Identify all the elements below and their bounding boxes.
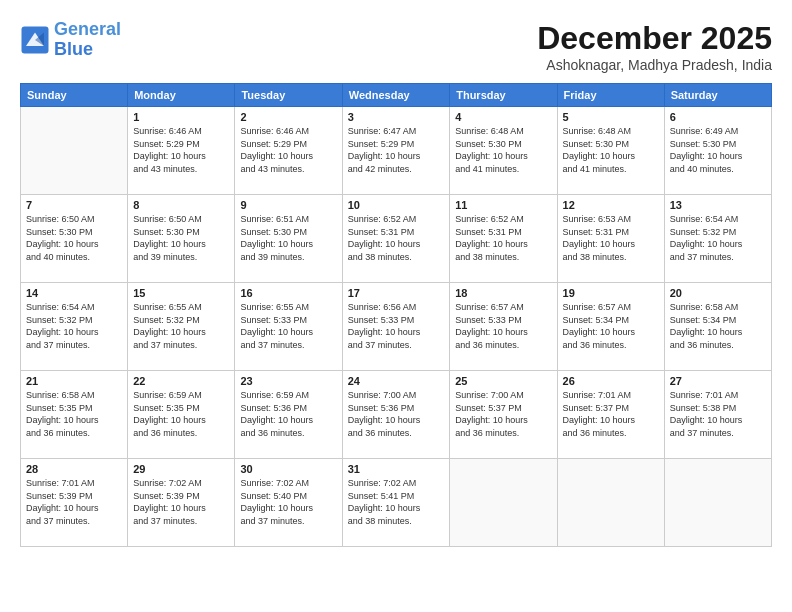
day-number: 19 — [563, 287, 659, 299]
calendar-table: SundayMondayTuesdayWednesdayThursdayFrid… — [20, 83, 772, 547]
calendar-header-row: SundayMondayTuesdayWednesdayThursdayFrid… — [21, 84, 772, 107]
day-info: Sunrise: 6:56 AM Sunset: 5:33 PM Dayligh… — [348, 301, 445, 351]
day-info: Sunrise: 6:59 AM Sunset: 5:35 PM Dayligh… — [133, 389, 229, 439]
day-info: Sunrise: 6:47 AM Sunset: 5:29 PM Dayligh… — [348, 125, 445, 175]
calendar-cell: 20Sunrise: 6:58 AM Sunset: 5:34 PM Dayli… — [664, 283, 771, 371]
calendar-cell: 19Sunrise: 6:57 AM Sunset: 5:34 PM Dayli… — [557, 283, 664, 371]
day-info: Sunrise: 6:48 AM Sunset: 5:30 PM Dayligh… — [455, 125, 551, 175]
day-info: Sunrise: 6:54 AM Sunset: 5:32 PM Dayligh… — [26, 301, 122, 351]
column-header-tuesday: Tuesday — [235, 84, 342, 107]
calendar-cell: 11Sunrise: 6:52 AM Sunset: 5:31 PM Dayli… — [450, 195, 557, 283]
day-info: Sunrise: 6:57 AM Sunset: 5:33 PM Dayligh… — [455, 301, 551, 351]
calendar-cell: 25Sunrise: 7:00 AM Sunset: 5:37 PM Dayli… — [450, 371, 557, 459]
calendar-cell — [21, 107, 128, 195]
calendar-cell: 5Sunrise: 6:48 AM Sunset: 5:30 PM Daylig… — [557, 107, 664, 195]
calendar-cell: 21Sunrise: 6:58 AM Sunset: 5:35 PM Dayli… — [21, 371, 128, 459]
calendar-cell: 7Sunrise: 6:50 AM Sunset: 5:30 PM Daylig… — [21, 195, 128, 283]
calendar-cell: 10Sunrise: 6:52 AM Sunset: 5:31 PM Dayli… — [342, 195, 450, 283]
day-info: Sunrise: 6:57 AM Sunset: 5:34 PM Dayligh… — [563, 301, 659, 351]
day-info: Sunrise: 6:50 AM Sunset: 5:30 PM Dayligh… — [26, 213, 122, 263]
calendar-cell: 9Sunrise: 6:51 AM Sunset: 5:30 PM Daylig… — [235, 195, 342, 283]
day-info: Sunrise: 6:54 AM Sunset: 5:32 PM Dayligh… — [670, 213, 766, 263]
location-subtitle: Ashoknagar, Madhya Pradesh, India — [537, 57, 772, 73]
week-row-2: 7Sunrise: 6:50 AM Sunset: 5:30 PM Daylig… — [21, 195, 772, 283]
day-number: 11 — [455, 199, 551, 211]
calendar-cell: 31Sunrise: 7:02 AM Sunset: 5:41 PM Dayli… — [342, 459, 450, 547]
day-number: 10 — [348, 199, 445, 211]
calendar-cell: 4Sunrise: 6:48 AM Sunset: 5:30 PM Daylig… — [450, 107, 557, 195]
day-number: 17 — [348, 287, 445, 299]
day-number: 27 — [670, 375, 766, 387]
column-header-saturday: Saturday — [664, 84, 771, 107]
calendar-cell: 1Sunrise: 6:46 AM Sunset: 5:29 PM Daylig… — [128, 107, 235, 195]
title-block: December 2025 Ashoknagar, Madhya Pradesh… — [537, 20, 772, 73]
month-title: December 2025 — [537, 20, 772, 57]
logo: General Blue — [20, 20, 121, 60]
page-header: General Blue December 2025 Ashoknagar, M… — [20, 20, 772, 73]
day-info: Sunrise: 6:58 AM Sunset: 5:35 PM Dayligh… — [26, 389, 122, 439]
day-info: Sunrise: 7:01 AM Sunset: 5:39 PM Dayligh… — [26, 477, 122, 527]
calendar-cell: 15Sunrise: 6:55 AM Sunset: 5:32 PM Dayli… — [128, 283, 235, 371]
day-number: 28 — [26, 463, 122, 475]
day-number: 7 — [26, 199, 122, 211]
column-header-wednesday: Wednesday — [342, 84, 450, 107]
calendar-cell: 30Sunrise: 7:02 AM Sunset: 5:40 PM Dayli… — [235, 459, 342, 547]
day-number: 13 — [670, 199, 766, 211]
week-row-3: 14Sunrise: 6:54 AM Sunset: 5:32 PM Dayli… — [21, 283, 772, 371]
day-number: 20 — [670, 287, 766, 299]
day-number: 5 — [563, 111, 659, 123]
day-number: 1 — [133, 111, 229, 123]
calendar-cell: 18Sunrise: 6:57 AM Sunset: 5:33 PM Dayli… — [450, 283, 557, 371]
day-info: Sunrise: 6:58 AM Sunset: 5:34 PM Dayligh… — [670, 301, 766, 351]
calendar-cell: 13Sunrise: 6:54 AM Sunset: 5:32 PM Dayli… — [664, 195, 771, 283]
calendar-cell: 24Sunrise: 7:00 AM Sunset: 5:36 PM Dayli… — [342, 371, 450, 459]
day-number: 24 — [348, 375, 445, 387]
day-info: Sunrise: 6:46 AM Sunset: 5:29 PM Dayligh… — [240, 125, 336, 175]
day-number: 3 — [348, 111, 445, 123]
calendar-cell: 3Sunrise: 6:47 AM Sunset: 5:29 PM Daylig… — [342, 107, 450, 195]
logo-line2: Blue — [54, 39, 93, 59]
calendar-cell: 28Sunrise: 7:01 AM Sunset: 5:39 PM Dayli… — [21, 459, 128, 547]
logo-icon — [20, 25, 50, 55]
week-row-4: 21Sunrise: 6:58 AM Sunset: 5:35 PM Dayli… — [21, 371, 772, 459]
day-info: Sunrise: 7:00 AM Sunset: 5:36 PM Dayligh… — [348, 389, 445, 439]
day-number: 9 — [240, 199, 336, 211]
calendar-cell: 26Sunrise: 7:01 AM Sunset: 5:37 PM Dayli… — [557, 371, 664, 459]
day-info: Sunrise: 6:55 AM Sunset: 5:33 PM Dayligh… — [240, 301, 336, 351]
day-number: 23 — [240, 375, 336, 387]
column-header-monday: Monday — [128, 84, 235, 107]
calendar-cell: 17Sunrise: 6:56 AM Sunset: 5:33 PM Dayli… — [342, 283, 450, 371]
day-info: Sunrise: 7:01 AM Sunset: 5:37 PM Dayligh… — [563, 389, 659, 439]
day-info: Sunrise: 7:01 AM Sunset: 5:38 PM Dayligh… — [670, 389, 766, 439]
day-number: 31 — [348, 463, 445, 475]
day-number: 6 — [670, 111, 766, 123]
column-header-sunday: Sunday — [21, 84, 128, 107]
calendar-cell: 22Sunrise: 6:59 AM Sunset: 5:35 PM Dayli… — [128, 371, 235, 459]
calendar-cell: 16Sunrise: 6:55 AM Sunset: 5:33 PM Dayli… — [235, 283, 342, 371]
day-number: 18 — [455, 287, 551, 299]
day-number: 8 — [133, 199, 229, 211]
calendar-cell: 2Sunrise: 6:46 AM Sunset: 5:29 PM Daylig… — [235, 107, 342, 195]
day-number: 25 — [455, 375, 551, 387]
day-number: 15 — [133, 287, 229, 299]
calendar-cell: 29Sunrise: 7:02 AM Sunset: 5:39 PM Dayli… — [128, 459, 235, 547]
day-number: 26 — [563, 375, 659, 387]
day-info: Sunrise: 6:52 AM Sunset: 5:31 PM Dayligh… — [348, 213, 445, 263]
day-number: 12 — [563, 199, 659, 211]
day-info: Sunrise: 6:52 AM Sunset: 5:31 PM Dayligh… — [455, 213, 551, 263]
day-info: Sunrise: 7:00 AM Sunset: 5:37 PM Dayligh… — [455, 389, 551, 439]
day-number: 21 — [26, 375, 122, 387]
day-info: Sunrise: 6:53 AM Sunset: 5:31 PM Dayligh… — [563, 213, 659, 263]
calendar-cell: 23Sunrise: 6:59 AM Sunset: 5:36 PM Dayli… — [235, 371, 342, 459]
day-info: Sunrise: 7:02 AM Sunset: 5:39 PM Dayligh… — [133, 477, 229, 527]
day-info: Sunrise: 7:02 AM Sunset: 5:40 PM Dayligh… — [240, 477, 336, 527]
day-number: 4 — [455, 111, 551, 123]
calendar-cell: 6Sunrise: 6:49 AM Sunset: 5:30 PM Daylig… — [664, 107, 771, 195]
day-info: Sunrise: 6:50 AM Sunset: 5:30 PM Dayligh… — [133, 213, 229, 263]
column-header-thursday: Thursday — [450, 84, 557, 107]
day-info: Sunrise: 7:02 AM Sunset: 5:41 PM Dayligh… — [348, 477, 445, 527]
day-number: 16 — [240, 287, 336, 299]
day-number: 14 — [26, 287, 122, 299]
day-info: Sunrise: 6:55 AM Sunset: 5:32 PM Dayligh… — [133, 301, 229, 351]
day-info: Sunrise: 6:51 AM Sunset: 5:30 PM Dayligh… — [240, 213, 336, 263]
